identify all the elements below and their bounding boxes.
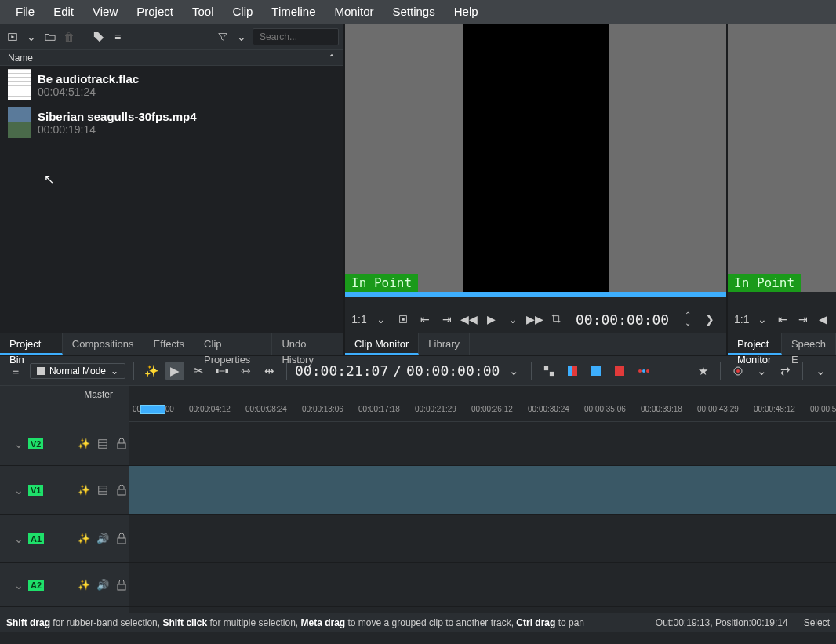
bin-header[interactable]: Name ⌃	[0, 50, 343, 66]
snap-point-icon[interactable]	[587, 362, 605, 380]
tag-icon[interactable]	[91, 29, 107, 45]
clip-monitor-view[interactable]: In Point	[345, 24, 726, 292]
crop-icon[interactable]	[549, 311, 565, 327]
snap-dots-icon[interactable]	[634, 362, 652, 380]
timeline-zone-indicator[interactable]	[140, 405, 165, 414]
chevron-down-icon[interactable]: ⌄	[14, 533, 24, 545]
tab-compositions[interactable]: Compositions	[63, 333, 144, 355]
project-monitor-ruler[interactable]	[728, 292, 836, 306]
hamburger-icon[interactable]: ≡	[110, 29, 125, 45]
master-label[interactable]: Master	[0, 386, 129, 403]
menu-clip[interactable]: Clip	[224, 0, 263, 24]
chevron-right-icon[interactable]: ❯	[702, 311, 718, 327]
track-lane-v2[interactable]	[129, 422, 836, 466]
effects-icon[interactable]: ✨	[77, 532, 91, 546]
mark-out-icon[interactable]: ⇥	[439, 311, 455, 327]
speaker-icon[interactable]: 🔊	[96, 578, 110, 592]
track-header-a2[interactable]: ⌄ A2 ✨ 🔊	[0, 563, 129, 607]
film-icon[interactable]	[96, 437, 110, 451]
chevron-down-icon[interactable]: ⌄	[373, 311, 389, 327]
effects-icon[interactable]: ✨	[77, 483, 91, 497]
chevron-down-icon[interactable]: ⌄	[505, 311, 521, 327]
project-monitor-view[interactable]: In Point	[728, 24, 836, 292]
chevron-down-icon[interactable]: ⌄	[24, 29, 39, 45]
lock-icon[interactable]	[114, 578, 129, 592]
rewind-icon[interactable]: ◀	[816, 311, 830, 327]
timecode[interactable]: 00:00:00:00	[576, 311, 669, 328]
tab-project-bin[interactable]: Project Bin	[0, 333, 63, 355]
mixer-icon[interactable]	[540, 362, 558, 380]
menu-view[interactable]: View	[83, 0, 127, 24]
chevron-down-icon[interactable]: ⌄	[504, 362, 523, 380]
search-input[interactable]	[253, 28, 339, 45]
rewind-icon[interactable]: ◀◀	[461, 311, 477, 327]
playhead[interactable]	[136, 386, 136, 613]
scale-label[interactable]: 1:1	[734, 311, 749, 327]
scale-label[interactable]: 1:1	[351, 311, 367, 327]
chevron-down-icon[interactable]: ⌄	[14, 579, 24, 591]
slip-tool-icon[interactable]: ⇿	[236, 362, 255, 380]
status-select-tool[interactable]: Select	[804, 617, 830, 628]
speaker-icon[interactable]: 🔊	[96, 532, 110, 546]
effects-icon[interactable]: ✨	[77, 578, 91, 592]
chevron-down-icon[interactable]: ⌄	[14, 484, 24, 497]
timeline-body[interactable]: 00:00:00:00 00:00:04:12 00:00:08:24 00:0…	[129, 386, 836, 613]
folder-icon[interactable]	[42, 29, 58, 45]
mark-in-icon[interactable]: ⇤	[417, 311, 433, 327]
menu-project[interactable]: Project	[127, 0, 183, 24]
toolbar-overflow-icon[interactable]: ⌄	[811, 362, 830, 380]
add-clip-icon[interactable]	[5, 29, 20, 45]
filter-icon[interactable]	[215, 29, 231, 45]
track-lane-a2[interactable]	[129, 563, 836, 607]
edit-mode-select[interactable]: Normal Mode ⌄	[30, 363, 125, 379]
tab-clip-monitor[interactable]: Clip Monitor	[345, 333, 419, 355]
menu-help[interactable]: Help	[445, 0, 488, 24]
mark-in-icon[interactable]: ⇤	[776, 311, 790, 327]
menu-edit[interactable]: Edit	[44, 0, 83, 24]
timeline-ruler[interactable]: 00:00:00:00 00:00:04:12 00:00:08:24 00:0…	[129, 403, 836, 422]
forward-icon[interactable]: ▶▶	[527, 311, 543, 327]
tab-clip-properties[interactable]: Clip Properties	[194, 333, 272, 355]
effects-icon[interactable]: ✨	[77, 437, 91, 451]
position-timecode[interactable]: 00:00:21:07	[295, 362, 388, 379]
sort-icon[interactable]: ⌃	[328, 53, 336, 64]
spacer-tool-icon[interactable]	[213, 362, 231, 380]
delete-icon[interactable]: 🗑	[61, 29, 77, 45]
snap-red-icon[interactable]	[610, 362, 629, 380]
snap-on-icon[interactable]	[563, 362, 582, 380]
film-icon[interactable]	[96, 483, 110, 497]
track-header-a1[interactable]: ⌄ A1 ✨ 🔊	[0, 515, 129, 563]
track-settings-icon[interactable]: ≡	[6, 362, 25, 380]
duration-timecode[interactable]: 00:00:00:00	[406, 362, 500, 379]
lock-icon[interactable]	[114, 437, 129, 451]
menu-file[interactable]: File	[6, 0, 44, 24]
favorite-icon[interactable]: ★	[693, 362, 712, 380]
tab-speech-editor[interactable]: Speech E	[782, 333, 836, 355]
track-header-v2[interactable]: ⌄ V2 ✨	[0, 422, 129, 466]
bin-item[interactable]: Siberian seagulls-30fps.mp4 00:00:19:14	[0, 104, 343, 141]
menu-monitor[interactable]: Monitor	[325, 0, 383, 24]
spinner-icon[interactable]: ⌃⌄	[680, 311, 696, 327]
magic-wand-icon[interactable]: ✨	[142, 362, 161, 380]
tab-project-monitor[interactable]: Project Monitor	[728, 333, 782, 355]
bin-item[interactable]: Be audiotrack.flac 00:04:51:24	[0, 66, 343, 104]
lock-icon[interactable]	[114, 483, 129, 497]
chevron-down-icon[interactable]: ⌄	[755, 311, 769, 327]
clip-monitor-ruler[interactable]	[345, 292, 726, 306]
select-tool-icon[interactable]: ▶	[165, 362, 184, 380]
razor-tool-icon[interactable]: ✂	[189, 362, 208, 380]
track-lane-a1[interactable]	[129, 515, 836, 563]
zone-in-icon[interactable]	[395, 311, 411, 327]
tab-undo-history[interactable]: Undo History	[272, 333, 343, 355]
chevron-down-icon[interactable]: ⌄	[14, 438, 24, 450]
tab-effects[interactable]: Effects	[144, 333, 195, 355]
tab-library[interactable]: Library	[419, 333, 470, 355]
menu-tool[interactable]: Tool	[183, 0, 224, 24]
play-icon[interactable]: ▶	[483, 311, 499, 327]
track-lane-v1[interactable]	[129, 466, 836, 515]
lock-icon[interactable]	[114, 532, 129, 546]
track-header-v1[interactable]: ⌄ V1 ✨	[0, 466, 129, 515]
menu-settings[interactable]: Settings	[383, 0, 445, 24]
chevron-down-icon[interactable]: ⌄	[234, 29, 249, 45]
mark-out-icon[interactable]: ⇥	[796, 311, 810, 327]
